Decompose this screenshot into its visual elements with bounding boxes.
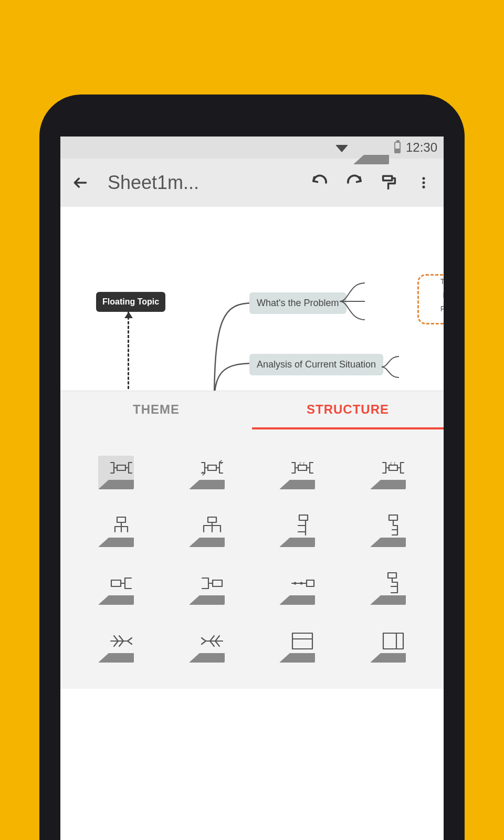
tab-structure[interactable]: STRUCTURE xyxy=(252,391,444,429)
svg-text:1: 1 xyxy=(302,461,305,466)
battery-icon xyxy=(394,142,401,153)
phone-frame: 12:30 Sheet1m... Floating Topic What's t… xyxy=(39,94,465,840)
structure-option-tree-down[interactable] xyxy=(370,571,406,605)
boundary-outline xyxy=(417,274,444,324)
svg-rect-21 xyxy=(292,633,312,649)
structure-option-map-numbered1[interactable]: 11 xyxy=(279,456,315,489)
sensor-dot xyxy=(339,108,352,120)
svg-rect-14 xyxy=(389,515,397,520)
svg-rect-16 xyxy=(213,580,222,586)
svg-rect-11 xyxy=(117,517,125,522)
format-paint-icon xyxy=(380,174,398,192)
map-numbered-icon: 11 xyxy=(290,458,315,477)
map-balanced-icon xyxy=(109,458,134,477)
svg-text:1: 1 xyxy=(299,461,301,466)
svg-point-2 xyxy=(422,186,425,188)
svg-rect-20 xyxy=(388,573,396,578)
back-button[interactable] xyxy=(70,172,91,193)
tree-right-icon xyxy=(293,514,312,537)
svg-rect-5 xyxy=(298,465,307,470)
svg-point-0 xyxy=(422,177,425,180)
svg-rect-17 xyxy=(307,580,314,586)
svg-text:1: 1 xyxy=(390,461,392,466)
sensor-dot xyxy=(134,108,146,120)
svg-rect-3 xyxy=(117,465,125,470)
back-icon xyxy=(72,174,89,191)
table-row-icon xyxy=(291,632,313,650)
structure-option-map-numbered2[interactable]: 11 xyxy=(370,456,406,489)
mindmap-subnode[interactable]: Id xyxy=(443,291,444,299)
svg-point-1 xyxy=(422,181,425,184)
structure-option-fishbone-left[interactable] xyxy=(98,629,134,663)
tree-right2-icon xyxy=(384,514,403,537)
floating-topic-node[interactable]: Floating Topic xyxy=(96,292,165,312)
svg-text:1: 1 xyxy=(393,461,396,466)
structure-option-org-tree-right[interactable] xyxy=(279,513,315,547)
logic-left-icon xyxy=(200,575,224,591)
page-title[interactable]: Sheet1m... xyxy=(104,172,296,194)
sensor-dot xyxy=(155,108,167,120)
svg-rect-12 xyxy=(208,517,216,522)
structure-option-timeline[interactable] xyxy=(279,571,315,605)
mindmap-subnode[interactable]: Th xyxy=(440,277,444,286)
svg-rect-4 xyxy=(208,465,216,470)
structure-grid: 11 11 xyxy=(60,429,444,689)
more-button[interactable] xyxy=(413,172,434,193)
relationship-line xyxy=(128,312,129,391)
wifi-icon xyxy=(335,145,348,152)
status-bar: 12:30 xyxy=(60,136,444,159)
mindmap-node[interactable]: What's the Problem xyxy=(249,292,346,314)
mindmap-canvas[interactable]: Floating Topic What's the Problem Analys… xyxy=(60,207,444,391)
tree-down-icon xyxy=(384,572,403,595)
undo-button[interactable] xyxy=(309,172,330,193)
svg-point-19 xyxy=(294,582,297,585)
structure-option-org-down-wide[interactable] xyxy=(189,513,225,547)
fishbone-left-icon xyxy=(109,634,134,648)
mindmap-node[interactable]: Analysis of Current Situation xyxy=(249,354,383,375)
structure-option-map-balanced[interactable] xyxy=(98,456,134,489)
panel-tabs: THEME STRUCTURE xyxy=(60,391,444,429)
structure-option-spreadsheet-row[interactable] xyxy=(279,629,315,663)
undo-icon xyxy=(310,173,329,192)
structure-option-fishbone-right[interactable] xyxy=(189,629,225,663)
logic-right-icon xyxy=(109,575,133,591)
mindmap-subnode[interactable]: Fir xyxy=(440,304,444,313)
redo-icon xyxy=(345,173,364,192)
map-numbered2-icon: 11 xyxy=(381,458,406,477)
org-down-wide-icon xyxy=(201,515,224,536)
structure-option-spreadsheet-col[interactable] xyxy=(370,629,406,663)
table-col-icon xyxy=(382,632,404,650)
more-vert-icon xyxy=(416,175,431,190)
redo-button[interactable] xyxy=(344,172,365,193)
tab-theme[interactable]: THEME xyxy=(60,391,252,429)
svg-rect-8 xyxy=(389,465,397,470)
svg-rect-15 xyxy=(111,580,121,586)
fishbone-right-icon xyxy=(200,634,225,648)
svg-point-18 xyxy=(300,582,303,585)
svg-rect-13 xyxy=(299,515,308,520)
svg-rect-22 xyxy=(383,633,403,649)
structure-option-org-tree-right2[interactable] xyxy=(370,513,406,547)
map-clockwise-icon xyxy=(200,458,225,477)
format-button[interactable] xyxy=(379,172,400,193)
cell-signal-icon xyxy=(353,131,389,164)
timeline-icon xyxy=(290,577,315,590)
structure-option-logic-left[interactable] xyxy=(189,571,225,605)
structure-option-map-clockwise[interactable] xyxy=(189,456,225,489)
structure-option-logic-right[interactable] xyxy=(98,571,134,605)
clock: 12:30 xyxy=(406,140,437,155)
org-down-icon xyxy=(111,515,132,536)
structure-option-org-down[interactable] xyxy=(98,513,134,547)
app-bar: Sheet1m... xyxy=(60,159,444,207)
